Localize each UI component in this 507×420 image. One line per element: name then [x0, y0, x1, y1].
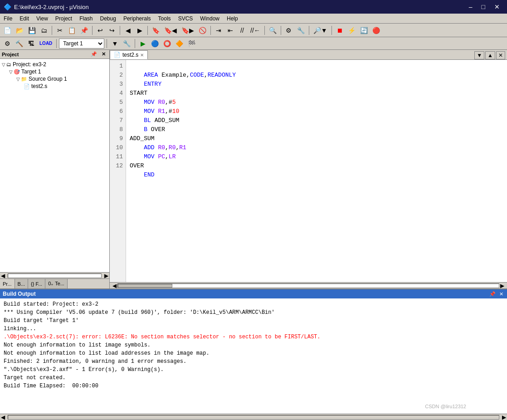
editor-hscrollbar[interactable]: ◀ ▶ — [110, 282, 507, 288]
file-item[interactable]: 📄 test2.s — [0, 83, 109, 90]
sep12 — [135, 39, 135, 48]
build-btn[interactable]: 🔨 — [14, 38, 25, 49]
source-group-item[interactable]: ▽ 📁 Source Group 1 — [0, 75, 109, 83]
menu-view[interactable]: View — [33, 14, 52, 23]
clear-bookmarks-btn[interactable]: 🚫 — [197, 25, 208, 36]
menu-help[interactable]: Help — [223, 14, 242, 23]
editor-close-btn[interactable]: ✕ — [496, 51, 505, 59]
build-pin-btn[interactable]: 📌 — [488, 291, 497, 297]
comment-btn[interactable]: // — [237, 25, 248, 36]
menu-svcs[interactable]: SVCS — [175, 14, 197, 23]
save-all-btn[interactable]: 🗂 — [39, 25, 49, 36]
target-icon: 🎯 — [14, 69, 20, 75]
build-close-btn[interactable]: ✕ — [498, 291, 504, 297]
build-scroll-right[interactable]: ▶ — [501, 414, 507, 420]
stop-btn[interactable]: ⏹ — [334, 25, 345, 36]
build-output-label: Build Output — [3, 291, 36, 297]
flash-btn[interactable]: 🔴 — [370, 25, 382, 36]
sep10 — [56, 39, 57, 48]
tab-file-icon: 📄 — [114, 52, 121, 58]
target-dropdown-btn[interactable]: ▼ — [109, 38, 120, 49]
build-line-0: Build started: Project: ex3-2 — [4, 300, 503, 308]
undo-btn[interactable]: ↩ — [95, 25, 106, 36]
power-btn[interactable]: ⚡ — [346, 25, 357, 36]
debug-setup-btn[interactable]: 🔧 — [121, 38, 132, 49]
rebuild-btn[interactable]: 🏗 — [26, 38, 37, 49]
editor-scroll-right[interactable]: ▶ — [499, 283, 505, 289]
search2-btn[interactable]: 🔎▼ — [312, 25, 329, 36]
new-file-btn[interactable]: 📄 — [2, 25, 13, 36]
build-scroll-track[interactable] — [8, 415, 499, 420]
indent-btn[interactable]: ⇥ — [213, 25, 224, 36]
menu-file[interactable]: File — [0, 14, 16, 23]
maximize-button[interactable]: □ — [478, 2, 489, 11]
scroll-right-btn[interactable]: ▶ — [103, 273, 109, 279]
tab-books[interactable]: B... — [15, 279, 29, 288]
bookmark-next-btn[interactable]: 🔖▶ — [180, 25, 196, 36]
nav-fwd-btn[interactable]: ▶ — [134, 25, 145, 36]
nav-back-btn[interactable]: ◀ — [122, 25, 133, 36]
reset-btn[interactable]: 🔄 — [358, 25, 370, 36]
settings-btn[interactable]: 🔧 — [295, 25, 307, 36]
target-options-btn[interactable]: ⚙ — [2, 38, 13, 49]
scroll-track[interactable] — [8, 273, 102, 278]
menu-tools[interactable]: Tools — [155, 14, 175, 23]
copy-btn[interactable]: 📋 — [66, 25, 78, 36]
load-btn[interactable]: LOAD — [38, 38, 54, 49]
code-content[interactable]: AREA Example,CODE,READONLY ENTRY START M… — [126, 60, 507, 282]
panel-pin-btn[interactable]: 📌 — [89, 51, 99, 58]
panel-close-btn[interactable]: ✕ — [100, 51, 107, 58]
unindent-btn[interactable]: ⇤ — [225, 25, 236, 36]
editor-tab-test2s[interactable]: 📄 test2.s ✕ — [110, 50, 148, 59]
scroll-left-btn[interactable]: ◀ — [0, 273, 6, 279]
build-title-bar: Build Output 📌 ✕ — [0, 289, 507, 298]
tab-project[interactable]: Pr... — [0, 279, 15, 288]
open-btn[interactable]: 📂 — [14, 25, 25, 36]
cut-btn[interactable]: ✂ — [54, 25, 65, 36]
tab-close-btn[interactable]: ✕ — [140, 53, 144, 58]
uncomment-btn[interactable]: //← — [249, 25, 262, 36]
menu-peripherals[interactable]: Peripherals — [120, 14, 155, 23]
build-line-10: Build Time Elapsed: 00:00:00 — [4, 382, 503, 390]
target-item[interactable]: ▽ 🎯 Target 1 — [0, 68, 109, 75]
bookmark-prev-btn[interactable]: 🔖◀ — [162, 25, 179, 36]
redo-btn[interactable]: ↪ — [107, 25, 117, 36]
insert-bp-btn[interactable]: 🔵 — [149, 38, 161, 49]
editor-scroll-track[interactable] — [117, 283, 499, 288]
find-btn[interactable]: 🔍 — [267, 25, 278, 36]
close-button[interactable]: ✕ — [491, 2, 503, 11]
menu-flash[interactable]: Flash — [76, 14, 96, 23]
paste-btn[interactable]: 📌 — [78, 25, 90, 36]
save-btn[interactable]: 💾 — [26, 25, 38, 36]
menu-window[interactable]: Window — [196, 14, 223, 23]
editor-scroll-thumb[interactable] — [118, 284, 172, 288]
tab-templates[interactable]: 0₊ Te... — [45, 279, 68, 288]
minimize-button[interactable]: – — [465, 2, 476, 11]
project-hscrollbar[interactable]: ◀ ▶ — [0, 272, 109, 278]
editor-restore-btn[interactable]: ▲ — [485, 51, 495, 59]
bookmark-btn[interactable]: 🔖 — [150, 25, 161, 36]
project-tree: ▽ 🗂 Project: ex3-2 ▽ 🎯 Target 1 ▽ 📁 Sour… — [0, 59, 109, 272]
build-hscrollbar[interactable]: ◀ ▶ — [0, 414, 507, 420]
file-label: test2.s — [31, 83, 47, 89]
target-expand-icon: ▽ — [9, 69, 13, 74]
disable-bp-btn[interactable]: 🔶 — [174, 38, 185, 49]
enable-bp-btn[interactable]: ⭕ — [161, 38, 173, 49]
menu-debug[interactable]: Debug — [97, 14, 120, 23]
target-select[interactable]: Target 1 — [59, 39, 104, 49]
editor-scroll-left[interactable]: ◀ — [112, 283, 117, 289]
menu-project[interactable]: Project — [52, 14, 76, 23]
menu-edit[interactable]: Edit — [16, 14, 33, 23]
tab-functions[interactable]: {} F... — [28, 279, 45, 288]
project-root[interactable]: ▽ 🗂 Project: ex3-2 — [0, 61, 109, 68]
sep3 — [120, 26, 120, 35]
sep11 — [107, 39, 107, 48]
options-btn[interactable]: ⚙ — [283, 25, 294, 36]
target-toolbar: ⚙ 🔨 🏗 LOAD Target 1 ▼ 🔧 ▶ 🔵 ⭕ 🔶 🏁 — [0, 37, 507, 50]
start-debug-btn[interactable]: ▶ — [137, 38, 148, 49]
project-panel-titlebar: Project 📌 ✕ — [0, 50, 109, 59]
run-to-btn[interactable]: 🏁 — [186, 38, 197, 49]
tab-filename: test2.s — [122, 52, 138, 58]
editor-minimize-btn[interactable]: ▼ — [474, 51, 484, 59]
build-scroll-left[interactable]: ◀ — [0, 414, 6, 420]
